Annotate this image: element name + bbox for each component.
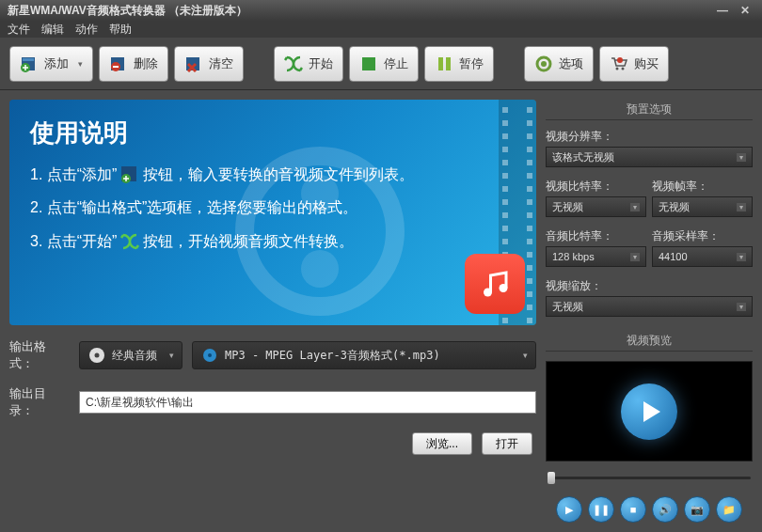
browse-button[interactable]: 浏览...	[412, 432, 472, 455]
preview-panel-title: 视频预览	[546, 331, 753, 352]
instruction-step-2: 2. 点击“输出格式”选项框，选择您要输出的格式。	[30, 198, 516, 218]
menu-edit[interactable]: 编辑	[41, 22, 64, 38]
svg-point-20	[95, 353, 100, 358]
pause-button[interactable]: 暂停	[424, 46, 494, 82]
output-format-select[interactable]: MP3 - MPEG Layer-3音频格式(*.mp3)	[192, 341, 536, 369]
pause-media-button[interactable]: ❚❚	[588, 496, 614, 523]
folder-button[interactable]: 📁	[716, 496, 742, 523]
banner-title: 使用说明	[30, 117, 516, 149]
svg-point-17	[484, 289, 492, 297]
menu-action[interactable]: 动作	[75, 22, 98, 38]
volume-button[interactable]: 🔊	[652, 496, 678, 523]
close-button[interactable]: ✕	[736, 4, 754, 17]
audio-sample-label: 音频采样率：	[652, 228, 753, 244]
refresh-icon	[119, 231, 140, 252]
menu-file[interactable]: 文件	[8, 22, 30, 38]
svg-point-22	[208, 353, 212, 357]
play-button[interactable]: ▶	[556, 496, 582, 523]
delete-icon	[109, 55, 128, 73]
clear-button[interactable]: 清空	[174, 46, 244, 82]
window-title: 新星WMA/WAV音频格式转换器 （未注册版本）	[8, 3, 247, 19]
video-bitrate-select[interactable]: 无视频	[546, 196, 646, 217]
svg-rect-1	[23, 58, 34, 61]
svg-point-18	[500, 284, 508, 292]
svg-rect-8	[438, 57, 443, 70]
clear-icon	[184, 55, 203, 73]
output-dir-label: 输出目录：	[9, 385, 70, 419]
play-overlay-icon[interactable]	[621, 383, 677, 440]
svg-point-11	[541, 61, 547, 67]
output-dir-input[interactable]	[79, 391, 536, 414]
snapshot-button[interactable]: 📷	[684, 496, 710, 523]
gear-icon	[534, 55, 553, 73]
stop-icon	[359, 55, 378, 73]
start-icon	[284, 55, 303, 73]
audio-bitrate-label: 音频比特率：	[546, 228, 646, 244]
open-button[interactable]: 打开	[482, 432, 532, 455]
buy-button[interactable]: 购买	[599, 46, 669, 82]
format-icon	[200, 346, 219, 365]
svg-rect-9	[446, 57, 451, 70]
disc-icon	[87, 346, 106, 365]
video-preview	[546, 361, 753, 462]
menubar: 文件 编辑 动作 帮助	[0, 21, 762, 38]
options-button[interactable]: 选项	[524, 46, 594, 82]
svg-point-13	[622, 67, 625, 70]
minimize-button[interactable]: —	[713, 4, 732, 17]
menu-help[interactable]: 帮助	[109, 22, 132, 38]
audio-sample-select[interactable]: 44100	[652, 246, 753, 267]
delete-button[interactable]: 删除	[99, 46, 168, 82]
music-icon	[465, 254, 525, 314]
svg-rect-7	[362, 57, 375, 70]
instruction-banner: 使用说明 1. 点击“添加” 按钮，输入要转换的音视频文件到列表。 2. 点击“…	[9, 100, 536, 325]
video-fps-label: 视频帧率：	[652, 179, 753, 195]
video-zoom-select[interactable]: 无视频	[546, 296, 753, 317]
resolution-label: 视频分辨率：	[546, 129, 753, 145]
stop-media-button[interactable]: ■	[620, 496, 646, 523]
start-button[interactable]: 开始	[274, 46, 343, 82]
pause-icon	[435, 55, 453, 73]
video-fps-select[interactable]: 无视频	[652, 196, 753, 217]
output-format-label: 输出格式：	[9, 338, 70, 372]
output-category-select[interactable]: 经典音频	[79, 341, 183, 369]
toolbar: 添加 删除 清空 开始 停止 暂停 选项 购买	[0, 38, 762, 90]
cart-icon	[610, 55, 628, 73]
svg-point-14	[617, 57, 623, 63]
instruction-step-3: 3. 点击“开始” 按钮，开始视频音频文件转换。	[30, 231, 516, 252]
preset-panel-title: 预置选项	[546, 100, 753, 120]
video-bitrate-label: 视频比特率：	[546, 179, 646, 195]
seek-slider[interactable]	[546, 473, 753, 483]
add-icon	[20, 55, 39, 73]
video-zoom-label: 视频缩放：	[546, 278, 753, 294]
titlebar: 新星WMA/WAV音频格式转换器 （未注册版本） — ✕	[0, 0, 762, 21]
stop-button[interactable]: 停止	[349, 46, 419, 82]
add-icon	[119, 164, 140, 185]
svg-point-12	[616, 67, 619, 70]
resolution-select[interactable]: 该格式无视频	[546, 147, 753, 167]
add-button[interactable]: 添加	[9, 46, 93, 82]
instruction-step-1: 1. 点击“添加” 按钮，输入要转换的音视频文件到列表。	[30, 164, 516, 185]
svg-rect-5	[113, 66, 119, 68]
audio-bitrate-select[interactable]: 128 kbps	[546, 246, 646, 267]
